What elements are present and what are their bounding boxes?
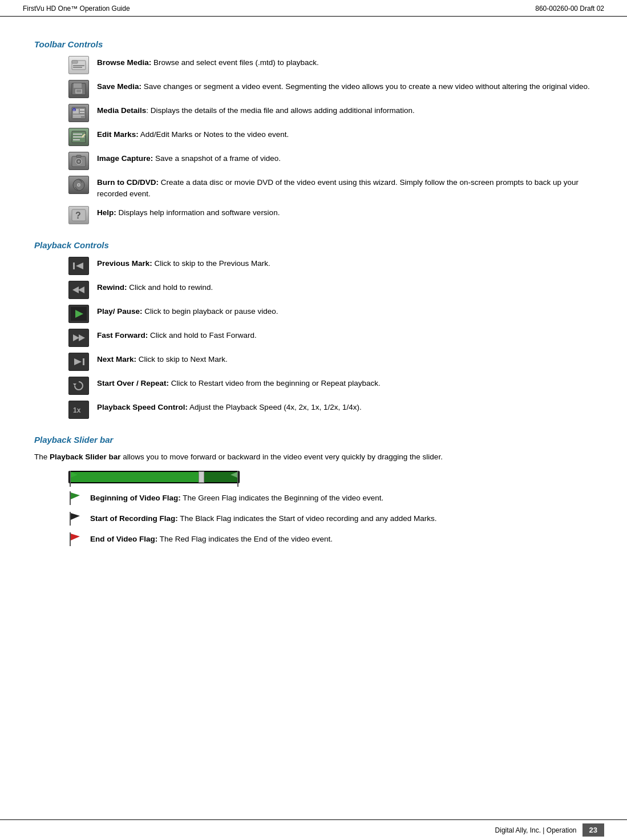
- play-pause-icon: [68, 305, 89, 323]
- beginning-flag-text: Beginning of Video Flag: The Green Flag …: [90, 491, 593, 504]
- media-details-label: Media Details: [97, 106, 146, 115]
- playback-item-fast-forward: Fast Forward: Click and hold to Fast For…: [68, 329, 593, 347]
- playback-section-title: Playback Controls: [34, 240, 593, 250]
- edit-marks-text: Edit Marks: Add/Edit Marks or Notes to t…: [97, 128, 593, 140]
- slider-end-flag: [229, 471, 240, 487]
- edit-marks-icon: [68, 128, 89, 146]
- burn-text: Burn to CD/DVD: Create a data disc or mo…: [97, 176, 593, 200]
- toolbar-item-media-details: i Media Details: Displays the details of…: [68, 104, 593, 122]
- slider-fill: [70, 472, 201, 482]
- slider-intro: The Playback Slider bar allows you to mo…: [34, 451, 593, 463]
- page-content: Toolbar Controls Browse Media: Browse an…: [0, 17, 627, 587]
- svg-marker-58: [71, 534, 80, 540]
- svg-point-25: [78, 161, 80, 163]
- browse-media-label: Browse Media:: [97, 58, 151, 67]
- playback-item-previous-mark: Previous Mark: Click to skip to the Prev…: [68, 257, 593, 275]
- footer-page-number: 23: [582, 823, 604, 837]
- flag-item-beginning: Beginning of Video Flag: The Green Flag …: [68, 491, 593, 507]
- start-over-text: Start Over / Repeat: Click to Restart vi…: [97, 377, 593, 389]
- svg-rect-19: [73, 139, 80, 140]
- help-label: Help:: [97, 208, 116, 217]
- toolbar-item-save: Save Media: Save changes or segment a vi…: [68, 80, 593, 98]
- beginning-flag-label: Beginning of Video Flag:: [90, 494, 181, 502]
- start-over-icon: [68, 377, 89, 395]
- speed-control-icon: 1x: [68, 401, 89, 419]
- start-recording-flag-icon: [68, 512, 82, 528]
- svg-text:?: ?: [75, 211, 81, 220]
- toolbar-item-browse: Browse Media: Browse and select event fi…: [68, 56, 593, 74]
- svg-text:1x: 1x: [73, 406, 81, 414]
- fast-forward-label: Fast Forward:: [97, 331, 148, 340]
- previous-mark-label: Previous Mark:: [97, 259, 152, 268]
- svg-rect-7: [76, 90, 81, 92]
- page-footer: Digital Ally, Inc. | Operation 23: [0, 819, 627, 840]
- play-pause-text: Play/ Pause: Click to begin playback or …: [97, 305, 593, 317]
- header-right: 860-00260-00 Draft 02: [535, 5, 604, 13]
- svg-rect-32: [73, 262, 75, 269]
- page-header: FirstVu HD One™ Operation Guide 860-0026…: [0, 0, 627, 17]
- playback-item-speed-control: 1x Playback Speed Control: Adjust the Pl…: [68, 401, 593, 419]
- playback-item-rewind: Rewind: Click and hold to rewind.: [68, 281, 593, 299]
- previous-mark-text: Previous Mark: Click to skip to the Prev…: [97, 257, 593, 269]
- previous-mark-icon: [68, 257, 89, 275]
- svg-rect-45: [71, 379, 87, 393]
- edit-marks-label: Edit Marks:: [97, 130, 139, 139]
- toolbar-item-burn: Burn to CD/DVD: Create a data disc or mo…: [68, 176, 593, 200]
- next-mark-label: Next Mark:: [97, 355, 136, 364]
- fast-forward-text: Fast Forward: Click and hold to Fast For…: [97, 329, 593, 341]
- end-flag-label: End of Video Flag:: [90, 535, 157, 543]
- playback-item-play-pause: Play/ Pause: Click to begin playback or …: [68, 305, 593, 323]
- rewind-text: Rewind: Click and hold to rewind.: [97, 281, 593, 293]
- start-over-label: Start Over / Repeat:: [97, 379, 169, 387]
- browse-media-icon: [68, 56, 89, 74]
- header-left: FirstVu HD One™ Operation Guide: [23, 5, 130, 13]
- media-details-text: Media Details: Displays the details of t…: [97, 104, 593, 116]
- svg-marker-56: [71, 513, 80, 520]
- image-capture-icon: [68, 152, 89, 170]
- svg-rect-51: [237, 471, 238, 487]
- burn-label: Burn to CD/DVD:: [97, 178, 159, 187]
- svg-rect-10: [80, 109, 84, 111]
- svg-rect-57: [70, 532, 71, 546]
- save-media-label: Save Media:: [97, 82, 141, 91]
- flag-item-start-recording: Start of Recording Flag: The Black Flag …: [68, 512, 593, 528]
- playback-item-next-mark: Next Mark: Click to skip to Next Mark.: [68, 353, 593, 371]
- svg-marker-54: [71, 492, 80, 499]
- svg-rect-44: [83, 358, 84, 365]
- playback-slider-bar[interactable]: [68, 471, 240, 483]
- flag-item-end: End of Video Flag: The Red Flag indicate…: [68, 532, 593, 548]
- footer-text: Digital Ally, Inc. | Operation: [495, 826, 582, 834]
- svg-rect-53: [70, 491, 71, 505]
- svg-rect-13: [73, 116, 81, 118]
- svg-marker-50: [71, 472, 78, 478]
- image-capture-text: Image Capture: Save a snapshot of a fram…: [97, 152, 593, 164]
- save-media-icon: [68, 80, 89, 98]
- rewind-icon: [68, 281, 89, 299]
- svg-rect-5: [74, 83, 82, 88]
- help-icon: ?: [68, 206, 89, 224]
- svg-rect-1: [72, 60, 78, 63]
- save-media-text: Save Media: Save changes or segment a vi…: [97, 80, 593, 92]
- slider-section-title: Playback Slider bar: [34, 435, 593, 445]
- svg-rect-17: [73, 134, 82, 135]
- beginning-flag-icon: [68, 491, 82, 507]
- speed-control-label: Playback Speed Control:: [97, 403, 188, 411]
- start-recording-flag-label: Start of Recording Flag:: [90, 514, 178, 523]
- end-flag-icon: [68, 532, 82, 548]
- toolbar-item-edit-marks: Edit Marks: Add/Edit Marks or Notes to t…: [68, 128, 593, 146]
- svg-rect-55: [70, 512, 71, 526]
- next-mark-icon: [68, 353, 89, 371]
- end-flag-text: End of Video Flag: The Red Flag indicate…: [90, 532, 593, 545]
- speed-control-text: Playback Speed Control: Adjust the Playb…: [97, 401, 593, 413]
- svg-rect-2: [73, 65, 84, 66]
- help-text: Help: Displays help information and soft…: [97, 206, 593, 219]
- toolbar-section-title: Toolbar Controls: [34, 39, 593, 49]
- slider-start-flag: [68, 471, 79, 487]
- fast-forward-icon: [68, 329, 89, 347]
- svg-rect-3: [73, 67, 82, 68]
- burn-icon: [68, 176, 89, 194]
- slider-handle[interactable]: [199, 471, 204, 483]
- image-capture-label: Image Capture:: [97, 154, 153, 163]
- rewind-label: Rewind:: [97, 283, 127, 292]
- toolbar-item-help: ? Help: Displays help information and so…: [68, 206, 593, 224]
